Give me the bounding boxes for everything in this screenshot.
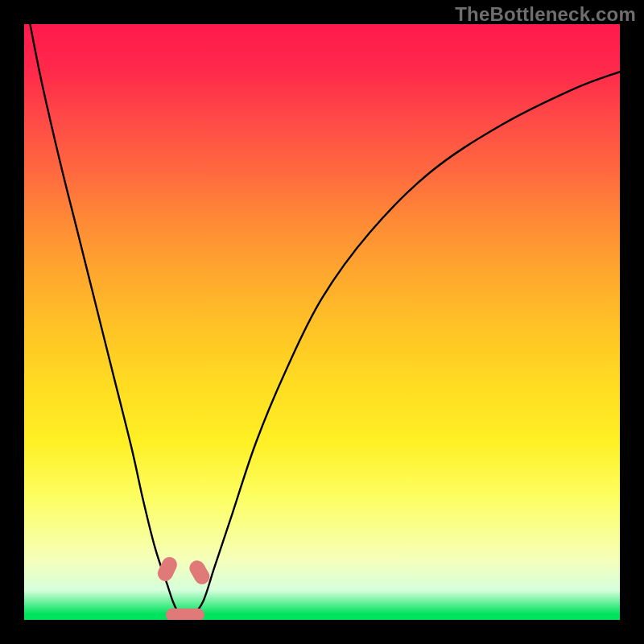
watermark-text: TheBottleneck.com (455, 3, 636, 26)
bottom-marker (166, 609, 204, 620)
bottleneck-curve-path (30, 24, 620, 620)
plot-area (24, 24, 620, 620)
chart-frame: TheBottleneck.com (0, 0, 644, 644)
bottleneck-curve (24, 24, 620, 620)
